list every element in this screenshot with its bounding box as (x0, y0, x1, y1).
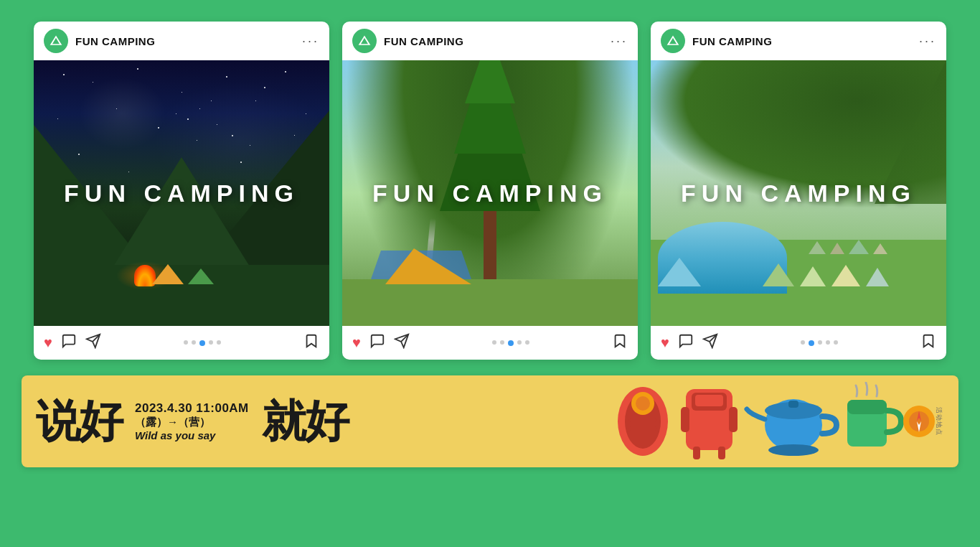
card-2-overlay-text: FUN CAMPING (372, 179, 608, 207)
tent-1-card1 (152, 264, 184, 284)
svg-point-22 (768, 444, 819, 456)
like-icon-2[interactable]: ♥ (352, 335, 361, 351)
tent-group-right-3 (763, 263, 889, 286)
card-2-footer-icons: ♥ (352, 333, 410, 352)
svg-rect-18 (718, 447, 725, 459)
dot-2-4 (517, 340, 522, 345)
card-3-header: FUN CAMPING ··· (651, 22, 946, 60)
tent-2 (385, 248, 471, 284)
card-2-more-dots[interactable]: ··· (611, 34, 628, 49)
banner-text-right: 就好 (262, 399, 348, 444)
dot-1-4 (209, 340, 213, 345)
card-3-overlay-text: FUN CAMPING (681, 179, 916, 207)
card-2-avatar (352, 29, 377, 53)
banner-side-label: 活动地点 (934, 407, 943, 436)
bookmark-icon-3[interactable] (920, 333, 936, 352)
card-3-avatar (661, 29, 685, 53)
card-1-dots (111, 340, 293, 346)
card-1-username: FUN CAMPING (75, 35, 295, 47)
banner-subtitle: （露）→（营） (135, 416, 249, 429)
svg-rect-21 (788, 401, 798, 408)
card-3-username: FUN CAMPING (692, 35, 912, 47)
banner-tagline: Wild as you say (135, 429, 249, 441)
card-3-dots (728, 340, 910, 346)
dot-2-3 (508, 340, 514, 346)
card-1-footer: ♥ (34, 326, 329, 360)
svg-rect-17 (693, 447, 700, 459)
like-icon-1[interactable]: ♥ (44, 335, 52, 351)
dot-2-2 (500, 340, 504, 345)
tent-group-left-3 (658, 258, 701, 286)
comment-icon-3[interactable] (678, 333, 694, 352)
banner-illustration (348, 375, 944, 467)
mountain-center-1 (110, 157, 253, 272)
card-2-dots (420, 340, 602, 346)
card-1-footer-icons: ♥ (44, 333, 101, 352)
share-icon-2[interactable] (394, 333, 410, 352)
card-2-username: FUN CAMPING (384, 35, 603, 47)
svg-rect-24 (847, 400, 887, 414)
like-icon-3[interactable]: ♥ (661, 335, 669, 351)
dot-3-2 (809, 340, 814, 346)
card-1-image: FUN CAMPING (34, 60, 329, 326)
dot-1-2 (192, 340, 196, 345)
card-1-header: FUN CAMPING ··· (34, 22, 329, 60)
card-2-image: FUN CAMPING (342, 60, 638, 326)
dot-3-1 (801, 340, 805, 345)
dot-3-4 (826, 340, 830, 345)
card-2-header: FUN CAMPING ··· (342, 22, 638, 60)
tent-logo-icon-1 (49, 34, 63, 48)
svg-rect-10 (628, 418, 657, 422)
tree-top3-2 (465, 60, 515, 103)
camping-gear-svg (600, 382, 944, 461)
banner-center-block: 2023.4.30 11:00AM （露）→（营） Wild as you sa… (135, 401, 249, 441)
share-icon-1[interactable] (85, 333, 101, 352)
card-1-avatar (44, 29, 68, 53)
event-banner: 说好 2023.4.30 11:00AM （露）→（营） Wild as you… (22, 375, 958, 467)
tent-logo-icon-3 (666, 34, 680, 48)
svg-point-9 (636, 396, 650, 411)
dot-3-5 (834, 340, 838, 345)
dot-3-3 (818, 340, 822, 345)
dot-1-5 (217, 340, 221, 345)
bookmark-icon-2[interactable] (612, 333, 628, 352)
comment-icon-2[interactable] (369, 333, 385, 352)
tent-2-card1 (188, 268, 214, 284)
card-3-footer: ♥ (651, 326, 946, 360)
ground-2 (342, 279, 638, 326)
comment-icon-1[interactable] (61, 333, 77, 352)
svg-rect-11 (628, 426, 657, 431)
card-3-image: FUN CAMPING (651, 60, 946, 326)
social-card-2: FUN CAMPING ··· FUN CAMPING ♥ (342, 22, 638, 360)
dot-1-1 (184, 340, 188, 345)
banner-date: 2023.4.30 11:00AM (135, 401, 249, 416)
social-card-1: FUN CAMPING ··· (34, 22, 329, 360)
share-icon-3[interactable] (702, 333, 718, 352)
card-1-more-dots[interactable]: ··· (302, 34, 319, 49)
dot-1-3 (199, 340, 205, 346)
social-card-3: FUN CAMPING ··· (651, 22, 946, 360)
card-2-footer: ♥ (342, 326, 638, 360)
dot-2-5 (525, 340, 529, 345)
svg-rect-15 (681, 407, 689, 432)
bookmark-icon-1[interactable] (303, 333, 319, 352)
card-1-overlay-text: FUN CAMPING (64, 179, 299, 207)
tent-group-back-3 (809, 240, 887, 254)
cards-row: FUN CAMPING ··· (22, 22, 958, 360)
tent-logo-icon-2 (357, 34, 372, 48)
card-3-footer-icons: ♥ (661, 333, 718, 352)
banner-text-left: 说好 (36, 399, 122, 444)
svg-rect-16 (729, 407, 738, 432)
card-3-more-dots[interactable]: ··· (919, 34, 936, 49)
svg-rect-14 (695, 395, 723, 406)
dot-2-1 (492, 340, 496, 345)
